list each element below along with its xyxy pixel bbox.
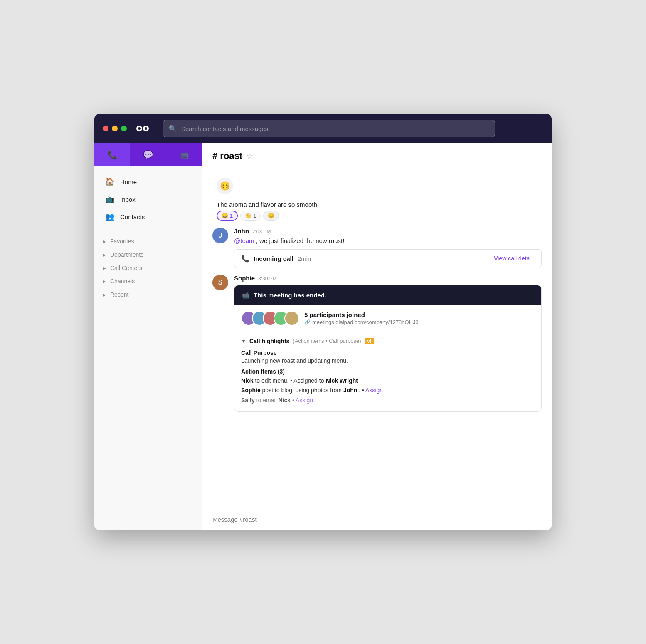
action-item-1-name1: Nick xyxy=(241,377,254,384)
traffic-lights xyxy=(103,126,127,131)
participant-avatars xyxy=(241,311,299,326)
timestamp: 3:30 PM xyxy=(258,276,277,282)
aroma-message-block: The aroma and flavor are so smooth. 😀 1 … xyxy=(217,201,542,221)
chat-header: # roast ☆ xyxy=(202,143,552,169)
sidebar-item-label: Contacts xyxy=(120,213,145,220)
call-purpose-label: Call Purpose xyxy=(241,349,535,356)
chat-area: # roast ☆ 😊 The aroma and flavor are so … xyxy=(202,143,552,530)
search-input[interactable] xyxy=(181,125,489,132)
sidebar-item-channels[interactable]: ▶ Channels xyxy=(94,275,202,288)
sidebar-item-recent[interactable]: ▶ Recent xyxy=(94,288,202,301)
main-layout: 📞 💬 📹 🏠 Home 📺 Inbox xyxy=(94,143,552,530)
section-label: Call Centers xyxy=(110,265,142,271)
john-message-row: J John 2:03 PM @team , we just finalized… xyxy=(212,228,542,268)
emoji-bubble: 😊 xyxy=(217,178,233,194)
assign-link-3[interactable]: Assign xyxy=(296,397,313,404)
minimize-button[interactable] xyxy=(112,126,118,131)
video-icon: 📹 xyxy=(179,150,189,160)
tab-phone[interactable]: 📞 xyxy=(94,143,130,166)
highlights-sub: (Action items • Call purpose) xyxy=(293,338,361,344)
maximize-button[interactable] xyxy=(121,126,127,131)
reactions-row: 😀 1 👋 1 😊 xyxy=(217,211,542,221)
app-window: 🔍 📞 💬 📹 🏠 Home xyxy=(94,114,552,530)
sidebar: 📞 💬 📹 🏠 Home 📺 Inbox xyxy=(94,143,202,530)
sidebar-item-departments[interactable]: ▶ Departments xyxy=(94,248,202,261)
search-icon: 🔍 xyxy=(169,125,177,133)
close-button[interactable] xyxy=(103,126,108,131)
call-purpose-text: Launching new roast and updating menu. xyxy=(241,357,535,364)
chat-icon: 💬 xyxy=(143,150,153,160)
avatar-initials: J xyxy=(212,228,228,243)
sidebar-item-call-centers[interactable]: ▶ Call Centers xyxy=(94,261,202,275)
view-call-link[interactable]: View call deta... xyxy=(494,255,535,262)
emoji-content: 😊 xyxy=(220,181,230,191)
meeting-ended-label: This meeting has ended. xyxy=(254,292,326,299)
sidebar-tabs: 📞 💬 📹 xyxy=(94,143,202,166)
sophie-message-row: S Sophie 3:30 PM 📹 This meeting has ende… xyxy=(212,275,542,412)
sidebar-item-label: Home xyxy=(120,178,137,186)
video-meeting-icon: 📹 xyxy=(241,291,249,299)
sophie-message-content: Sophie 3:30 PM 📹 This meeting has ended. xyxy=(234,275,542,412)
sidebar-item-favorites[interactable]: ▶ Favorites xyxy=(94,235,202,248)
tab-video[interactable]: 📹 xyxy=(166,143,202,166)
sidebar-item-inbox[interactable]: 📺 Inbox xyxy=(97,191,200,208)
action-item-1-assigned: • Assigned to xyxy=(290,377,325,384)
meeting-url: 🔗 meetings.dialpad.com/company/1278hQHJ3 xyxy=(304,319,419,325)
titlebar: 🔍 xyxy=(94,114,552,143)
reaction-smile[interactable]: 😀 1 xyxy=(217,211,238,221)
mention-team: @team xyxy=(234,237,254,244)
reaction-emoji: 😊 xyxy=(268,213,274,219)
star-icon[interactable]: ☆ xyxy=(247,151,253,161)
sidebar-sections: ▶ Favorites ▶ Departments ▶ Call Centers… xyxy=(94,232,202,304)
highlights-header: ▼ Call highlights (Action items • Call p… xyxy=(241,338,535,344)
tab-chat[interactable]: 💬 xyxy=(130,143,166,166)
action-item-2-dot: . • xyxy=(359,387,365,394)
contacts-icon: 👥 xyxy=(105,212,114,221)
sidebar-item-contacts[interactable]: 👥 Contacts xyxy=(97,208,200,225)
section-label: Channels xyxy=(110,278,135,285)
meeting-card: 📹 This meeting has ended. xyxy=(234,285,542,412)
sophie-avatar: S xyxy=(212,275,228,290)
highlights-section: ▼ Call highlights (Action items • Call p… xyxy=(234,332,541,411)
chevron-icon: ▶ xyxy=(103,239,106,244)
action-item-1-name2: Nick Wright xyxy=(325,377,358,384)
meeting-link-text: 5 participants joined 🔗 meetings.dialpad… xyxy=(304,311,419,325)
call-purpose-section: Call Purpose Launching new roast and upd… xyxy=(241,349,535,364)
chevron-icon: ▶ xyxy=(103,253,106,257)
chevron-icon: ▶ xyxy=(103,266,106,270)
reaction-add[interactable]: 😊 xyxy=(263,211,279,221)
search-bar[interactable]: 🔍 xyxy=(163,120,495,137)
meeting-participants: 5 participants joined 🔗 meetings.dialpad… xyxy=(234,305,541,332)
home-icon: 🏠 xyxy=(105,177,114,186)
action-item-3: Sally to email Nick • Assign xyxy=(241,396,535,406)
meeting-header: 📹 This meeting has ended. xyxy=(234,285,541,305)
action-item-1: Nick to edit menu. • Assigned to Nick Wr… xyxy=(241,376,535,386)
aroma-message-text: The aroma and flavor are so smooth. xyxy=(217,201,542,208)
sidebar-item-label: Inbox xyxy=(120,196,136,203)
message-input[interactable] xyxy=(212,516,542,523)
message-input-area xyxy=(202,509,552,530)
vi-badge: vi xyxy=(365,338,374,344)
highlights-toggle[interactable]: ▼ xyxy=(241,338,246,344)
sender-name: Sophie xyxy=(234,275,255,282)
call-duration: 2min xyxy=(298,255,311,262)
sidebar-item-home[interactable]: 🏠 Home xyxy=(97,173,200,191)
call-label: Incoming call xyxy=(254,255,293,262)
call-icon: 📞 xyxy=(241,255,249,263)
assign-link-2[interactable]: Assign xyxy=(365,387,383,394)
action-item-2-name2: John xyxy=(343,387,357,394)
reaction-wave[interactable]: 👋 1 xyxy=(240,211,261,221)
inbox-icon: 📺 xyxy=(105,195,114,204)
timestamp: 2:03 PM xyxy=(252,229,271,235)
action-item-3-text: to email xyxy=(256,397,279,404)
reaction-count: 1 xyxy=(253,213,256,219)
chat-messages: 😊 The aroma and flavor are so smooth. 😀 … xyxy=(202,169,552,509)
meeting-url-text: meetings.dialpad.com/company/1278hQHJ3 xyxy=(312,319,419,325)
avatar-initials: S xyxy=(212,275,228,290)
incoming-call-card: 📞 Incoming call 2min View call deta... xyxy=(234,249,542,268)
action-item-2-text: post to blog, using photos from xyxy=(262,387,343,394)
emoji-message: 😊 xyxy=(217,178,542,194)
john-message-content: John 2:03 PM @team , we just finalized t… xyxy=(234,228,542,268)
participant-avatar-5 xyxy=(284,311,299,326)
action-items-section: Action Items (3) Nick to edit menu. • As… xyxy=(241,368,535,406)
